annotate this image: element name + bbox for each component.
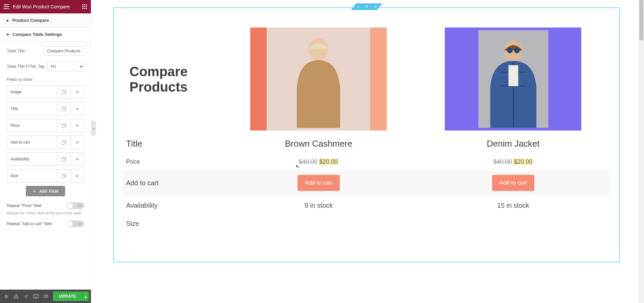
remove-icon[interactable]: ✕ bbox=[70, 119, 84, 132]
editor-footer: ⚙ ↺ UPDATE ▴ bbox=[0, 290, 91, 303]
product-image-2 bbox=[445, 28, 581, 131]
row-label-title: Title bbox=[123, 134, 221, 153]
row-label-price: Price bbox=[123, 153, 221, 170]
caret-down-icon: ▾ bbox=[7, 32, 9, 37]
duplicate-icon[interactable] bbox=[57, 86, 70, 98]
duplicate-icon[interactable] bbox=[57, 169, 70, 182]
row-label-availability: Availability bbox=[123, 196, 221, 215]
collapse-panel-tab[interactable]: ◂ bbox=[91, 121, 96, 136]
history-icon[interactable]: ↺ bbox=[22, 292, 31, 301]
field-item[interactable]: Price✕ bbox=[7, 119, 84, 132]
product-price-2: $40.00$20.00 bbox=[416, 153, 610, 170]
product-availability-1: 9 in stock bbox=[221, 196, 416, 215]
duplicate-icon[interactable] bbox=[57, 102, 70, 115]
add-to-cart-2[interactable]: Add to cart bbox=[492, 175, 534, 191]
svg-point-28 bbox=[514, 48, 520, 53]
editor-title: Edit Woo Product Compare bbox=[13, 4, 78, 9]
svg-point-27 bbox=[507, 48, 513, 53]
product-title-2: Denim Jacket bbox=[416, 134, 610, 153]
product-image-1 bbox=[250, 28, 387, 131]
section-product-compare[interactable]: ▸ Product Compare bbox=[0, 13, 91, 28]
edit-section-button[interactable]: ⠿ bbox=[362, 3, 371, 10]
add-to-cart-1[interactable]: Add to cart bbox=[298, 175, 340, 191]
settings-icon[interactable]: ⚙ bbox=[2, 292, 11, 301]
svg-rect-8 bbox=[86, 8, 87, 9]
svg-point-26 bbox=[504, 41, 522, 61]
svg-rect-1 bbox=[84, 4, 85, 5]
add-section-button[interactable]: ＋ bbox=[351, 3, 362, 10]
row-label-cart: Add to cart bbox=[123, 170, 221, 196]
field-item[interactable]: Add to cart✕ bbox=[7, 136, 84, 149]
preview-canvas: ＋ ⠿ ✕ Compare Products bbox=[91, 0, 644, 303]
repeat-price-label: Repeat "Price" field bbox=[7, 203, 67, 208]
compare-heading: Compare Products bbox=[126, 64, 221, 95]
duplicate-icon[interactable] bbox=[57, 136, 70, 149]
field-item[interactable]: Size✕ bbox=[7, 169, 84, 183]
svg-rect-4 bbox=[84, 6, 85, 7]
svg-rect-3 bbox=[82, 6, 83, 7]
field-name: Title bbox=[7, 106, 57, 111]
table-title-input[interactable] bbox=[44, 46, 84, 56]
duplicate-icon[interactable] bbox=[57, 153, 70, 165]
svg-rect-10 bbox=[62, 91, 65, 94]
scrollbar[interactable] bbox=[639, 0, 644, 303]
svg-point-23 bbox=[45, 296, 46, 297]
row-label-size: Size bbox=[123, 215, 221, 232]
panel-body: Table Title Table Title HTML Tag H1 Fiel… bbox=[0, 42, 91, 290]
section-label: Compare Table Settings bbox=[12, 32, 62, 37]
remove-icon[interactable]: ✕ bbox=[70, 153, 84, 165]
repeat-price-hint: Repeat the "Price" field at the end of t… bbox=[7, 211, 84, 215]
section-label: Product Compare bbox=[12, 18, 49, 23]
svg-rect-12 bbox=[62, 108, 65, 111]
remove-icon[interactable]: ✕ bbox=[70, 136, 84, 149]
navigator-icon[interactable] bbox=[12, 292, 21, 301]
svg-point-24 bbox=[309, 38, 328, 61]
repeat-price-toggle[interactable]: NO bbox=[67, 202, 84, 209]
field-item[interactable]: Title✕ bbox=[7, 102, 84, 115]
html-tag-select[interactable]: H1 bbox=[47, 62, 84, 71]
field-item[interactable]: Availability✕ bbox=[7, 152, 84, 166]
caret-right-icon: ▸ bbox=[7, 18, 9, 23]
field-name: Price bbox=[7, 123, 57, 128]
product-availability-2: 15 in stock bbox=[416, 196, 610, 215]
svg-rect-2 bbox=[86, 4, 87, 5]
svg-rect-0 bbox=[82, 4, 83, 5]
html-tag-label: Table Title HTML Tag bbox=[7, 64, 47, 69]
responsive-icon[interactable] bbox=[32, 292, 41, 301]
compare-table: Compare Products Title Brown Cashmer bbox=[123, 28, 610, 232]
remove-icon[interactable]: ✕ bbox=[70, 169, 84, 182]
svg-rect-21 bbox=[34, 295, 38, 298]
remove-icon[interactable]: ✕ bbox=[70, 102, 84, 115]
product-title-1: Brown Cashmere bbox=[221, 134, 416, 153]
svg-rect-18 bbox=[62, 158, 65, 161]
repeat-cart-toggle[interactable]: NO bbox=[67, 220, 84, 227]
preview-icon[interactable] bbox=[42, 292, 50, 301]
update-caret[interactable]: ▴ bbox=[82, 292, 89, 301]
add-item-label: ADD ITEM bbox=[39, 189, 58, 193]
app-grid-icon[interactable] bbox=[82, 4, 88, 10]
field-name: Image bbox=[7, 90, 57, 94]
remove-icon[interactable]: ✕ bbox=[70, 86, 84, 98]
field-name: Add to cart bbox=[7, 140, 57, 145]
repeat-cart-label: Repeat "Add to cart" field bbox=[7, 221, 67, 226]
svg-rect-20 bbox=[62, 175, 65, 178]
add-item-button[interactable]: ＋ ADD ITEM bbox=[26, 186, 65, 196]
section-frame[interactable]: ＋ ⠿ ✕ Compare Products bbox=[113, 7, 620, 262]
plus-icon: ＋ bbox=[33, 189, 37, 194]
fields-to-show-label: Fields to show bbox=[7, 77, 84, 82]
hamburger-icon[interactable] bbox=[3, 4, 9, 10]
svg-rect-6 bbox=[82, 8, 83, 9]
update-button[interactable]: UPDATE bbox=[53, 292, 82, 301]
svg-rect-22 bbox=[35, 298, 37, 298]
product-price-1: $40.00$20.00 bbox=[221, 153, 416, 170]
editor-header: Edit Woo Product Compare bbox=[0, 0, 91, 13]
table-title-label: Table Title bbox=[7, 49, 44, 53]
field-item[interactable]: Image✕ bbox=[7, 85, 84, 99]
field-name: Availability bbox=[7, 157, 57, 161]
field-name: Size bbox=[7, 173, 57, 178]
close-section-button[interactable]: ✕ bbox=[371, 3, 382, 10]
duplicate-icon[interactable] bbox=[57, 119, 70, 132]
section-table-settings[interactable]: ▾ Compare Table Settings bbox=[0, 28, 91, 42]
svg-rect-7 bbox=[84, 8, 85, 9]
svg-rect-14 bbox=[62, 124, 65, 128]
